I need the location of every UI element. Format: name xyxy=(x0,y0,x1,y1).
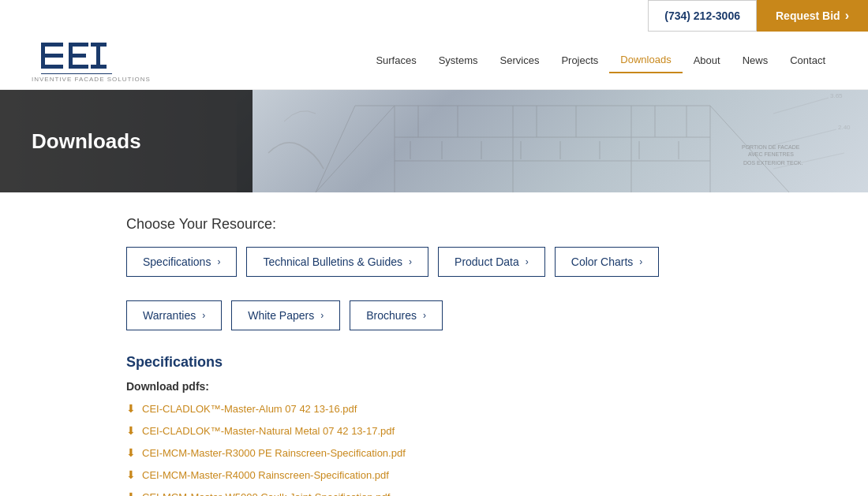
btn-brochures[interactable]: Brochures › xyxy=(350,300,443,330)
logo: MATERIALS INVENTIVE FACADE SOLUTIONS xyxy=(32,38,151,83)
download-link-0[interactable]: ⬇ CEI-CLADLOK™-Master-Alum 07 42 13-16.p… xyxy=(126,402,742,415)
nav-surfaces[interactable]: Surfaces xyxy=(365,48,427,73)
nav-contact[interactable]: Contact xyxy=(779,48,836,73)
svg-rect-6 xyxy=(69,54,86,58)
svg-rect-9 xyxy=(91,43,107,47)
request-bid-label: Request Bid xyxy=(776,9,840,22)
download-icon-1: ⬇ xyxy=(126,424,136,437)
svg-line-39 xyxy=(773,129,836,145)
download-icon-3: ⬇ xyxy=(126,468,136,481)
download-icon-0: ⬇ xyxy=(126,402,136,415)
choose-resource-label: Choose Your Resource: xyxy=(126,216,742,233)
chevron-icon: › xyxy=(423,310,426,321)
btn-product-data[interactable]: Product Data › xyxy=(438,247,545,277)
nav-about[interactable]: About xyxy=(683,48,731,73)
hero-section: 3.65 2.40 PORTION DE FACADE AVEC FENETRE… xyxy=(0,90,868,192)
download-filename-0: CEI-CLADLOK™-Master-Alum 07 42 13-16.pdf xyxy=(142,403,357,415)
btn-specifications-label: Specifications xyxy=(143,255,211,268)
logo-svg: MATERIALS xyxy=(39,38,142,76)
chevron-icon: › xyxy=(202,310,205,321)
hero-background: 3.65 2.40 PORTION DE FACADE AVEC FENETRE… xyxy=(237,90,868,192)
btn-specifications[interactable]: Specifications › xyxy=(126,247,237,277)
download-link-2[interactable]: ⬇ CEI-MCM-Master-R3000 PE Rainscreen-Spe… xyxy=(126,446,742,459)
chevron-icon: › xyxy=(526,256,529,267)
svg-text:AVEC FENETRES: AVEC FENETRES xyxy=(748,151,794,157)
logo-top: MATERIALS xyxy=(39,38,142,76)
chevron-icon: › xyxy=(217,256,220,267)
svg-line-13 xyxy=(316,106,395,192)
svg-text:2.40: 2.40 xyxy=(838,124,851,131)
svg-rect-10 xyxy=(91,65,107,69)
download-link-4[interactable]: ⬇ CEI-MCM-Master-W5000 Caulk Joint-Speci… xyxy=(126,490,742,496)
download-link-3[interactable]: ⬇ CEI-MCM-Master-R4000 Rainscreen-Specif… xyxy=(126,468,742,481)
btn-technical-bulletins[interactable]: Technical Bulletins & Guides › xyxy=(246,247,428,277)
download-icon-4: ⬇ xyxy=(126,490,136,496)
chevron-icon: › xyxy=(409,256,412,267)
svg-rect-5 xyxy=(69,43,88,47)
hero-sketch-svg: 3.65 2.40 PORTION DE FACADE AVEC FENETRE… xyxy=(237,90,868,192)
main-nav: Surfaces Systems Services Projects Downl… xyxy=(365,47,836,73)
download-filename-3: CEI-MCM-Master-R4000 Rainscreen-Specific… xyxy=(142,469,389,481)
download-filename-1: CEI-CLADLOK™-Master-Natural Metal 07 42 … xyxy=(142,425,395,437)
nav-news[interactable]: News xyxy=(731,48,780,73)
phone-button[interactable]: (734) 212-3006 xyxy=(648,0,757,32)
download-filename-2: CEI-MCM-Master-R3000 PE Rainscreen-Speci… xyxy=(142,447,406,459)
nav-services[interactable]: Services xyxy=(489,48,551,73)
svg-text:PORTION DE FACADE: PORTION DE FACADE xyxy=(742,144,800,150)
svg-text:DOS EXTERIOR TECK.: DOS EXTERIOR TECK. xyxy=(743,160,803,166)
svg-rect-11 xyxy=(41,73,112,74)
download-pdfs-label: Download pdfs: xyxy=(126,380,742,393)
chevron-icon: › xyxy=(639,256,642,267)
arrow-icon: › xyxy=(845,9,849,23)
logo-cei: MATERIALS INVENTIVE FACADE SOLUTIONS xyxy=(32,38,151,83)
btn-white-papers[interactable]: White Papers › xyxy=(231,300,340,330)
resource-buttons-row2: Warranties › White Papers › Brochures › xyxy=(126,300,742,330)
btn-product-data-label: Product Data xyxy=(455,255,519,268)
btn-warranties-label: Warranties xyxy=(143,309,196,322)
nav-downloads[interactable]: Downloads xyxy=(609,47,682,73)
btn-color-charts-label: Color Charts xyxy=(571,255,634,268)
svg-line-38 xyxy=(773,98,829,114)
phone-number: (734) 212-3006 xyxy=(664,9,740,22)
download-icon-2: ⬇ xyxy=(126,446,136,459)
chevron-icon: › xyxy=(320,310,324,321)
svg-line-37 xyxy=(316,106,355,192)
hero-overlay: Downloads xyxy=(0,90,253,192)
downloads-section: Specifications Download pdfs: ⬇ CEI-CLAD… xyxy=(126,354,742,496)
nav-projects[interactable]: Projects xyxy=(550,48,609,73)
main-content: Choose Your Resource: Specifications › T… xyxy=(0,192,868,496)
btn-technical-bulletins-label: Technical Bulletins & Guides xyxy=(263,255,402,268)
svg-rect-7 xyxy=(69,65,88,69)
btn-brochures-label: Brochures xyxy=(366,309,417,322)
svg-rect-3 xyxy=(41,43,45,69)
nav-systems[interactable]: Systems xyxy=(428,48,489,73)
top-bar: (734) 212-3006 Request Bid › xyxy=(0,0,868,32)
btn-color-charts[interactable]: Color Charts › xyxy=(555,247,660,277)
downloads-section-title: Specifications xyxy=(126,354,742,371)
header: MATERIALS INVENTIVE FACADE SOLUTIONS Sur… xyxy=(0,32,868,90)
request-bid-button[interactable]: Request Bid › xyxy=(757,0,868,32)
hero-title: Downloads xyxy=(32,129,141,154)
btn-white-papers-label: White Papers xyxy=(248,309,314,322)
resource-buttons: Specifications › Technical Bulletins & G… xyxy=(126,247,742,277)
svg-text:3.65: 3.65 xyxy=(830,92,843,99)
download-link-1[interactable]: ⬇ CEI-CLADLOK™-Master-Natural Metal 07 4… xyxy=(126,424,742,437)
logo-tagline: INVENTIVE FACADE SOLUTIONS xyxy=(32,76,151,83)
download-filename-4: CEI-MCM-Master-W5000 Caulk Joint-Specifi… xyxy=(142,491,390,497)
btn-warranties[interactable]: Warranties › xyxy=(126,300,222,330)
